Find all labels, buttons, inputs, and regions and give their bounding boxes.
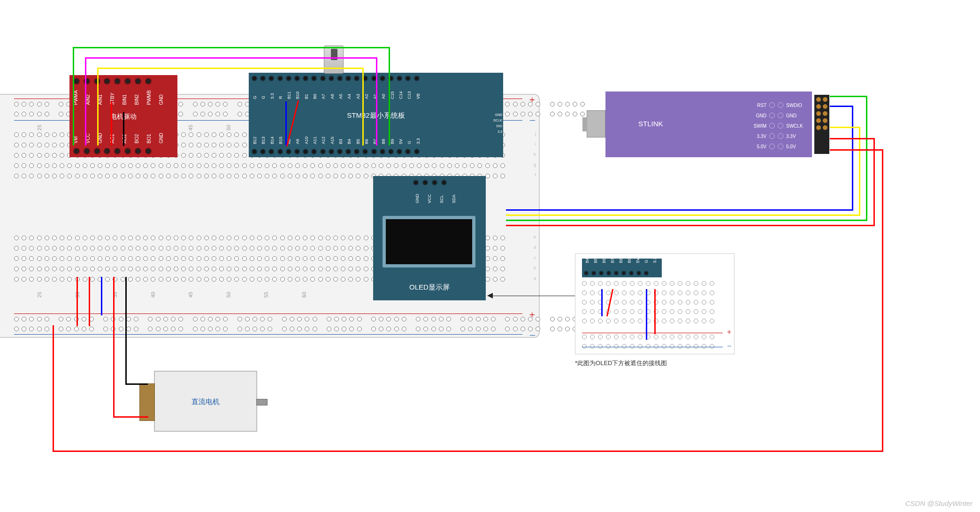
breadboard-hole bbox=[288, 236, 292, 240]
mcu-debug-pin-label: 3.3 bbox=[493, 130, 502, 133]
breadboard-hole bbox=[29, 256, 34, 261]
wire-magenta bbox=[85, 57, 377, 59]
breadboard-hole bbox=[60, 132, 64, 137]
breadboard-hole bbox=[310, 267, 315, 271]
breadboard-hole bbox=[272, 236, 277, 240]
mcu-pin-label: B10 bbox=[295, 92, 300, 99]
wire-yellow bbox=[97, 68, 99, 145]
mcu-pin bbox=[414, 76, 420, 81]
oled-pin-label: SCL bbox=[439, 195, 444, 203]
breadboard-hole bbox=[22, 246, 26, 251]
driver-pin bbox=[114, 78, 121, 84]
mcu-pin-label: C13 bbox=[407, 92, 412, 99]
breadboard-hole bbox=[67, 256, 72, 261]
breadboard-hole bbox=[310, 236, 315, 240]
col-number: 25 bbox=[37, 125, 42, 130]
col-number: 45 bbox=[188, 292, 193, 298]
inset-pin-label: 5V bbox=[635, 257, 640, 263]
inset-pin bbox=[584, 271, 589, 275]
mcu-pin bbox=[345, 149, 351, 154]
mcu-pin bbox=[277, 149, 283, 154]
breadboard-hole bbox=[166, 236, 171, 240]
breadboard-hole bbox=[197, 236, 201, 240]
breadboard-hole bbox=[60, 163, 64, 168]
breadboard-hole bbox=[265, 236, 269, 240]
mcu-pin bbox=[345, 76, 351, 81]
breadboard-hole bbox=[52, 256, 57, 261]
inset-pin bbox=[591, 271, 596, 275]
breadboard-hole bbox=[113, 236, 117, 240]
dc-motor: 直流电机 bbox=[154, 371, 257, 432]
breadboard-hole bbox=[250, 246, 254, 251]
breadboard-hole bbox=[197, 277, 201, 282]
breadboard-hole bbox=[371, 163, 376, 168]
tactile-switch[interactable] bbox=[324, 46, 344, 74]
stlink-label: RST bbox=[749, 103, 766, 108]
breadboard-hole bbox=[364, 163, 368, 168]
breadboard-hole bbox=[257, 267, 262, 271]
breadboard-hole bbox=[204, 163, 209, 168]
breadboard-hole bbox=[493, 267, 498, 271]
breadboard-hole bbox=[159, 267, 163, 271]
breadboard-hole bbox=[250, 267, 254, 271]
breadboard-hole bbox=[234, 143, 239, 147]
mcu-pin-label: B8 bbox=[381, 138, 386, 144]
driver-pin-label: BIN1 bbox=[122, 94, 127, 105]
breadboard-hole bbox=[121, 174, 125, 178]
header-pin bbox=[816, 97, 821, 102]
breadboard-hole bbox=[37, 132, 42, 137]
inset-pin bbox=[629, 271, 634, 275]
breadboard-hole bbox=[60, 277, 64, 282]
breadboard-hole bbox=[22, 256, 26, 261]
breadboard-hole bbox=[174, 277, 178, 282]
breadboard-hole bbox=[341, 277, 345, 282]
wire-magenta bbox=[85, 57, 86, 145]
breadboard-hole bbox=[295, 256, 300, 261]
breadboard-hole bbox=[234, 153, 239, 158]
breadboard-hole bbox=[181, 163, 186, 168]
col-number: 50 bbox=[226, 125, 231, 130]
breadboard-hole bbox=[326, 267, 330, 271]
driver-pin bbox=[124, 148, 131, 154]
inset-note: *此图为OLED下方被遮住的接线图 bbox=[575, 359, 667, 367]
driver-pin-label: BIN2 bbox=[134, 94, 139, 105]
breadboard-hole bbox=[136, 174, 140, 178]
breadboard-hole bbox=[272, 246, 277, 251]
header-pin bbox=[816, 104, 821, 109]
breadboard-hole bbox=[250, 174, 254, 178]
mcu-pin bbox=[277, 76, 283, 81]
breadboard-hole bbox=[45, 143, 49, 147]
breadboard-hole bbox=[364, 267, 368, 271]
oled-pin-label: GND bbox=[415, 195, 420, 203]
breadboard-hole bbox=[143, 236, 148, 240]
breadboard-hole bbox=[22, 267, 26, 271]
wire-red-33 bbox=[873, 138, 875, 226]
breadboard-hole bbox=[14, 174, 19, 178]
breadboard-hole bbox=[22, 153, 26, 158]
wire-blue-swdio bbox=[852, 106, 853, 211]
breadboard-hole bbox=[257, 174, 262, 178]
breadboard-hole bbox=[45, 246, 49, 251]
inset-pin-label: B7 bbox=[610, 257, 615, 263]
stlink-pin-header bbox=[814, 95, 829, 154]
mcu-pin-label: R bbox=[278, 92, 283, 99]
breadboard-hole bbox=[121, 267, 125, 271]
wire-yellow-swclk bbox=[506, 214, 860, 216]
mcu-pin-label: A0 bbox=[381, 92, 386, 99]
breadboard-hole bbox=[37, 153, 42, 158]
mcu-pin-label: A10 bbox=[304, 138, 309, 144]
mcu-pin bbox=[320, 149, 326, 154]
breadboard-hole bbox=[348, 246, 353, 251]
breadboard-hole bbox=[37, 246, 42, 251]
breadboard-hole bbox=[212, 153, 216, 158]
breadboard-hole bbox=[500, 236, 505, 240]
wire-red-33 bbox=[506, 225, 875, 226]
breadboard-hole bbox=[181, 132, 186, 137]
oled-pin bbox=[441, 180, 447, 185]
breadboard-hole bbox=[280, 277, 285, 282]
breadboard-hole bbox=[29, 153, 34, 158]
breadboard-hole bbox=[447, 163, 452, 168]
inset-pin bbox=[621, 271, 626, 275]
col-number: 40 bbox=[150, 292, 156, 298]
breadboard-hole bbox=[181, 267, 186, 271]
